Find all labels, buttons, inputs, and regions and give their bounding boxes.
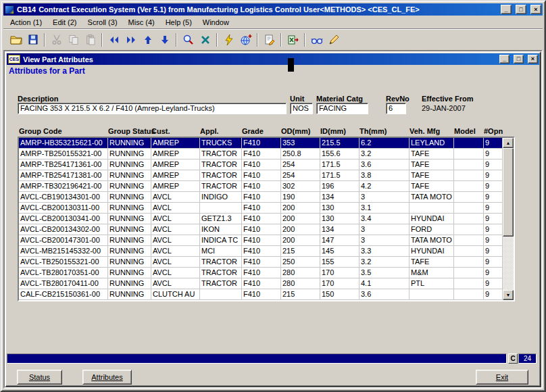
table-row[interactable]: AMRP-TB254171361-00RUNNINGAMREPTRACTORF4… <box>19 160 503 170</box>
table-cell[interactable]: TAFE <box>410 160 454 170</box>
status-button[interactable]: Status <box>17 370 62 385</box>
table-cell[interactable]: 280 <box>281 278 320 289</box>
table-cell[interactable]: 9 <box>484 160 503 170</box>
table-cell[interactable]: 3.2 <box>359 149 410 160</box>
table-cell[interactable]: IKON <box>200 224 242 235</box>
table-cell[interactable]: 130 <box>320 214 359 224</box>
table-cell[interactable]: TRACTOR <box>200 149 242 160</box>
table-cell[interactable]: F410 <box>242 181 281 192</box>
table-cell[interactable] <box>454 181 484 192</box>
table-cell[interactable]: 9 <box>484 170 503 181</box>
table-cell[interactable]: TAFE <box>410 181 454 192</box>
table-cell[interactable]: AVCL <box>151 278 200 289</box>
table-cell[interactable]: F410 <box>242 224 281 235</box>
table-cell[interactable] <box>454 160 484 170</box>
table-cell[interactable]: AVCL-TB280170411-00 <box>19 278 108 289</box>
table-cell[interactable]: AMREP <box>151 181 200 192</box>
table-cell[interactable]: 3.2 <box>359 257 410 268</box>
table-cell[interactable]: F410 <box>242 257 281 268</box>
zoom-button[interactable] <box>180 32 197 48</box>
table-cell[interactable]: AVCL <box>151 192 200 203</box>
table-cell[interactable]: TATA MOTO <box>410 192 454 203</box>
table-cell[interactable]: FORD <box>410 224 454 235</box>
web-lookup-button[interactable] <box>237 32 254 48</box>
table-row[interactable]: AVCL-MB215145332-00RUNNINGAVCLMCIF410215… <box>19 246 503 257</box>
table-row[interactable]: AVCL-TB280170411-00RUNNINGAVCLTRACTORF41… <box>19 278 503 289</box>
table-cell[interactable]: AVCL-CB200130341-00 <box>19 214 108 224</box>
table-cell[interactable] <box>200 289 242 300</box>
table-cell[interactable]: RUNNING <box>108 235 151 246</box>
table-cell[interactable]: AMRP-TB302196421-00 <box>19 181 108 192</box>
scroll-thumb[interactable] <box>503 148 514 237</box>
table-cell[interactable]: AVCL <box>151 257 200 268</box>
table-row[interactable]: CALF-CB215150361-00RUNNINGCLUTCH AUF4102… <box>19 289 503 300</box>
table-cell[interactable]: 9 <box>484 149 503 160</box>
table-cell[interactable]: RUNNING <box>108 214 151 224</box>
table-cell[interactable]: 170 <box>320 268 359 278</box>
table-cell[interactable]: AVCL-CB190134301-00 <box>19 192 108 203</box>
table-row[interactable]: AVCL-CB200130341-00RUNNINGAVCLGETZ1.3F41… <box>19 214 503 224</box>
table-cell[interactable]: AVCL-MB215145332-00 <box>19 246 108 257</box>
table-cell[interactable] <box>454 224 484 235</box>
table-cell[interactable]: AMREP <box>151 160 200 170</box>
table-cell[interactable]: AVCL <box>151 224 200 235</box>
table-cell[interactable] <box>410 203 454 214</box>
table-cell[interactable]: 353 <box>281 138 320 149</box>
preview-button[interactable] <box>308 32 325 48</box>
table-cell[interactable]: 200 <box>281 203 320 214</box>
table-row[interactable]: AVCL-CB190134301-00RUNNINGAVCLINDIGOF410… <box>19 192 503 203</box>
menu-window[interactable]: Window <box>197 17 234 28</box>
table-cell[interactable]: 280 <box>281 268 320 278</box>
table-cell[interactable]: F410 <box>242 214 281 224</box>
table-cell[interactable]: 150 <box>320 289 359 300</box>
table-cell[interactable]: AVCL-TB250155321-00 <box>19 257 108 268</box>
table-cell[interactable]: 9 <box>484 203 503 214</box>
previous-record-button[interactable] <box>139 32 156 48</box>
table-cell[interactable]: AMRP-HB353215621-00 <box>19 138 108 149</box>
table-cell[interactable]: PTL <box>410 278 454 289</box>
table-cell[interactable]: AVCL-CB200130311-00 <box>19 203 108 214</box>
table-row[interactable]: AMRP-TB250155321-00RUNNINGAMREPTRACTORF4… <box>19 149 503 160</box>
table-cell[interactable]: MCI <box>200 246 242 257</box>
table-cell[interactable]: 9 <box>484 278 503 289</box>
edit-notes-button[interactable] <box>261 32 278 48</box>
table-cell[interactable]: AVCL-CB200134302-00 <box>19 224 108 235</box>
table-cell[interactable]: 3.4 <box>359 214 410 224</box>
table-cell[interactable]: TAFE <box>410 257 454 268</box>
table-row[interactable]: AVCL-CB200147301-00RUNNINGAVCLINDICA TCF… <box>19 235 503 246</box>
table-cell[interactable]: 130 <box>320 203 359 214</box>
child-maximize-button[interactable]: □ <box>514 55 524 64</box>
table-cell[interactable] <box>454 235 484 246</box>
table-cell[interactable]: F410 <box>242 289 281 300</box>
table-cell[interactable]: 215 <box>281 246 320 257</box>
child-minimize-button[interactable]: _ <box>499 55 510 64</box>
table-cell[interactable]: AVCL <box>151 235 200 246</box>
main-titlebar[interactable]: CB14 Contract Execution System (Ver 5.1)… <box>3 3 543 16</box>
table-scrollbar[interactable]: ▲ ▼ <box>503 138 514 300</box>
execute-button[interactable] <box>220 32 237 48</box>
table-cell[interactable]: TRACTOR <box>200 268 242 278</box>
table-cell[interactable] <box>454 214 484 224</box>
table-cell[interactable]: 9 <box>484 257 503 268</box>
attributes-button[interactable]: Attributes <box>82 370 132 385</box>
table-cell[interactable]: RUNNING <box>108 170 151 181</box>
table-cell[interactable] <box>454 268 484 278</box>
table-cell[interactable]: TRACTOR <box>200 278 242 289</box>
table-cell[interactable]: TRUCKS <box>200 138 242 149</box>
description-field[interactable]: FACING 353 X 215.5 X 6.2 / F410 (Amrep-L… <box>18 103 287 114</box>
table-cell[interactable]: 134 <box>320 224 359 235</box>
table-cell[interactable]: AVCL-TB280170351-00 <box>19 268 108 278</box>
table-cell[interactable]: 171.5 <box>320 160 359 170</box>
table-cell[interactable]: 302 <box>281 181 320 192</box>
table-cell[interactable] <box>454 170 484 181</box>
table-cell[interactable]: 9 <box>484 246 503 257</box>
table-cell[interactable] <box>410 289 454 300</box>
table-cell[interactable]: 3.6 <box>359 289 410 300</box>
open-button[interactable] <box>7 32 24 48</box>
table-cell[interactable]: 4.2 <box>359 181 410 192</box>
table-cell[interactable]: RUNNING <box>108 278 151 289</box>
table-cell[interactable]: 215 <box>281 289 320 300</box>
export-excel-button[interactable] <box>284 32 301 48</box>
table-cell[interactable] <box>454 149 484 160</box>
table-cell[interactable]: HYUNDAI <box>410 214 454 224</box>
